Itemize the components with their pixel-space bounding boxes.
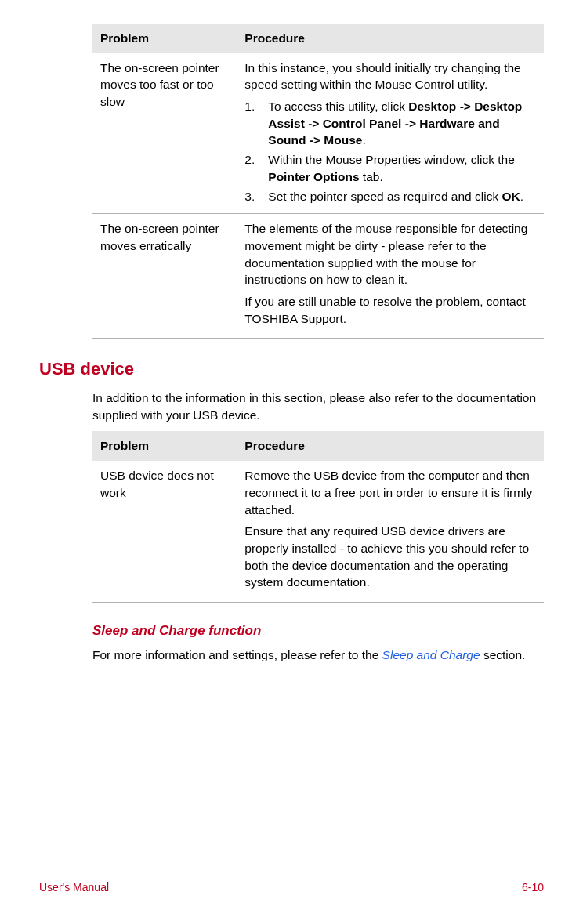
page-footer: User's Manual 6-10 <box>39 875 544 896</box>
procedure-cell: Remove the USB device from the computer … <box>237 461 544 602</box>
table-row: The on-screen pointer moves too fast or … <box>92 53 544 214</box>
table-header-problem: Problem <box>92 431 237 461</box>
procedure-cell: The elements of the mouse responsible fo… <box>237 214 544 339</box>
procedure-step: Set the pointer speed as required and cl… <box>244 188 536 205</box>
sleep-charge-text: For more information and settings, pleas… <box>92 647 544 664</box>
procedure-paragraph: Ensure that any required USB device driv… <box>244 523 536 591</box>
table-row: USB device does not work Remove the USB … <box>92 461 544 602</box>
problem-cell: The on-screen pointer moves erratically <box>92 214 237 339</box>
procedure-paragraph: The elements of the mouse responsible fo… <box>244 220 536 288</box>
sleep-charge-heading: Sleep and Charge function <box>92 621 544 640</box>
table-header-problem: Problem <box>92 24 237 53</box>
usb-device-heading: USB device <box>39 357 544 382</box>
usb-intro-text: In addition to the information in this s… <box>92 390 544 423</box>
usb-troubleshooting-table: Problem Procedure USB device does not wo… <box>92 431 544 603</box>
procedure-step: Within the Mouse Properties window, clic… <box>244 151 536 185</box>
footer-page-number: 6-10 <box>522 880 544 896</box>
table-header-procedure: Procedure <box>237 431 544 461</box>
problem-cell: The on-screen pointer moves too fast or … <box>92 53 237 214</box>
procedure-step: To access this utility, click Desktop ->… <box>244 98 536 149</box>
sleep-and-charge-link[interactable]: Sleep and Charge <box>382 648 480 661</box>
footer-manual-label: User's Manual <box>39 880 109 896</box>
mouse-troubleshooting-table: Problem Procedure The on-screen pointer … <box>92 24 544 339</box>
procedure-paragraph: Remove the USB device from the computer … <box>244 467 536 518</box>
procedure-steps: To access this utility, click Desktop ->… <box>244 98 536 205</box>
procedure-paragraph: If you are still unable to resolve the p… <box>244 293 536 327</box>
table-header-procedure: Procedure <box>237 24 544 53</box>
procedure-intro: In this instance, you should initially t… <box>244 60 536 93</box>
table-row: The on-screen pointer moves erratically … <box>92 214 544 339</box>
problem-cell: USB device does not work <box>92 461 237 602</box>
procedure-cell: In this instance, you should initially t… <box>237 53 544 214</box>
